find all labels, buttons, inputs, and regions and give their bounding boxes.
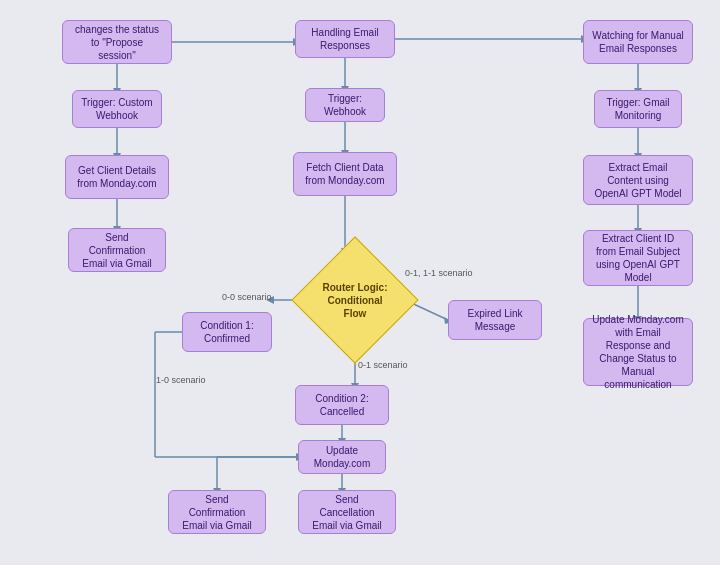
extract-client-id-node: Extract Client ID from Email Subject usi… xyxy=(583,230,693,286)
label-0-1-scenario: 0-1 scenario xyxy=(358,360,408,370)
expired-link-node: Expired Link Message xyxy=(448,300,542,340)
condition2-node: Condition 2: Cancelled xyxy=(295,385,389,425)
condition1-node: Condition 1: Confirmed xyxy=(182,312,272,352)
update-monday2-node: Update Monday.com with Email Response an… xyxy=(583,318,693,386)
label-0-0-scenario: 0-0 scenario xyxy=(222,292,272,302)
label-1-0-scenario: 1-0 scenario xyxy=(156,375,206,385)
router-logic-wrapper: Router Logic: Conditional Flow xyxy=(305,250,405,350)
trigger-custom-webhook-node: Trigger: Custom Webhook xyxy=(72,90,162,128)
extract-email-node: Extract Email Content using OpenAI GPT M… xyxy=(583,155,693,205)
changes-status-node: changes the status to "Propose session" xyxy=(62,20,172,64)
send-confirmation-gmail-node: Send Confirmation Email via Gmail xyxy=(68,228,166,272)
diagram: 0-0 scenario 0-1, 1-1 scenario 0-1 scena… xyxy=(0,0,720,565)
trigger-gmail-node: Trigger: Gmail Monitoring xyxy=(594,90,682,128)
get-client-details-node: Get Client Details from Monday.com xyxy=(65,155,169,199)
router-logic-text: Router Logic: Conditional Flow xyxy=(315,281,395,320)
trigger-webhook-node: Trigger: Webhook xyxy=(305,88,385,122)
watching-manual-node: Watching for Manual Email Responses xyxy=(583,20,693,64)
send-cancellation-node: Send Cancellation Email via Gmail xyxy=(298,490,396,534)
handling-email-node: Handling Email Responses xyxy=(295,20,395,58)
update-monday-node: Update Monday.com xyxy=(298,440,386,474)
fetch-client-node: Fetch Client Data from Monday.com xyxy=(293,152,397,196)
send-confirmation2-node: Send Confirmation Email via Gmail xyxy=(168,490,266,534)
label-0-1-1-1-scenario: 0-1, 1-1 scenario xyxy=(405,268,473,278)
